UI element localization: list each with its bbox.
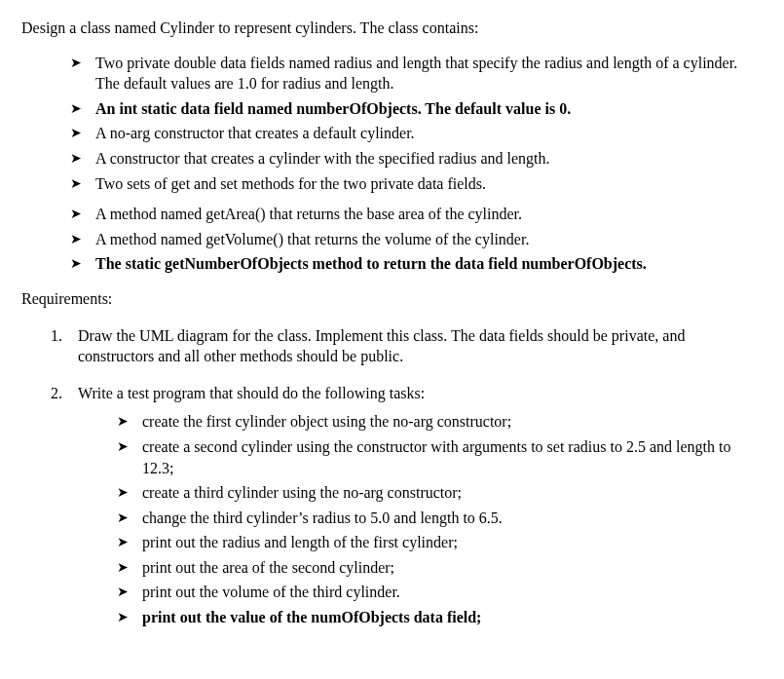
task-item: print out the volume of the third cylind… bbox=[117, 582, 763, 603]
task-item: create the first cylinder object using t… bbox=[117, 411, 763, 433]
spec-list: Two private double data fields named rad… bbox=[70, 53, 763, 275]
spec-text: Two sets of get and set methods for the … bbox=[95, 175, 486, 192]
spec-text: Two private double data fields named rad… bbox=[95, 55, 737, 93]
req-number: 2. bbox=[51, 383, 62, 404]
spec-item: A no-arg constructor that creates a defa… bbox=[70, 123, 763, 144]
spec-item: A constructor that creates a cylinder wi… bbox=[70, 148, 763, 170]
task-text: create the first cylinder object using t… bbox=[142, 413, 511, 430]
requirement-item: 2. Write a test program that should do t… bbox=[51, 383, 763, 628]
requirements-heading: Requirements: bbox=[21, 288, 763, 310]
task-item: print out the area of the second cylinde… bbox=[117, 557, 763, 579]
task-item: create a second cylinder using the const… bbox=[117, 436, 763, 478]
spec-text: A constructor that creates a cylinder wi… bbox=[95, 150, 550, 167]
task-item: change the third cylinder’s radius to 5.… bbox=[117, 508, 763, 529]
intro-line: Design a class named Cylinder to represe… bbox=[21, 18, 763, 39]
task-text: create a second cylinder using the const… bbox=[142, 438, 730, 476]
spec-item: An int static data field named numberOfO… bbox=[70, 98, 763, 120]
spec-text: The static getNumberOfObjects method to … bbox=[95, 255, 647, 272]
task-text: print out the value of the numOfObjects … bbox=[142, 609, 481, 625]
task-text: print out the volume of the third cylind… bbox=[142, 584, 400, 600]
requirements-list: 1. Draw the UML diagram for the class. I… bbox=[51, 325, 763, 628]
spec-text: An int static data field named numberOfO… bbox=[95, 100, 571, 117]
requirement-item: 1. Draw the UML diagram for the class. I… bbox=[51, 325, 763, 367]
task-text: print out the radius and length of the f… bbox=[142, 534, 458, 550]
spec-item: Two sets of get and set methods for the … bbox=[70, 173, 763, 195]
task-text: print out the area of the second cylinde… bbox=[142, 559, 394, 576]
task-text: change the third cylinder’s radius to 5.… bbox=[142, 509, 503, 526]
req-text: Write a test program that should do the … bbox=[78, 385, 425, 401]
spec-item: Two private double data fields named rad… bbox=[70, 53, 763, 94]
task-item: print out the value of the numOfObjects … bbox=[117, 607, 763, 628]
spec-text: A method named getVolume() that returns … bbox=[95, 231, 529, 247]
req-text: Draw the UML diagram for the class. Impl… bbox=[78, 327, 685, 365]
spec-text: A no-arg constructor that creates a defa… bbox=[95, 125, 415, 141]
task-item: create a third cylinder using the no-arg… bbox=[117, 482, 763, 504]
task-list: create the first cylinder object using t… bbox=[117, 411, 763, 627]
req-number: 1. bbox=[51, 325, 62, 347]
spec-item: A method named getArea() that returns th… bbox=[70, 204, 763, 225]
task-item: print out the radius and length of the f… bbox=[117, 532, 763, 553]
spec-item: The static getNumberOfObjects method to … bbox=[70, 253, 763, 275]
spec-text: A method named getArea() that returns th… bbox=[95, 206, 522, 222]
spec-item: A method named getVolume() that returns … bbox=[70, 229, 763, 250]
task-text: create a third cylinder using the no-arg… bbox=[142, 484, 462, 501]
